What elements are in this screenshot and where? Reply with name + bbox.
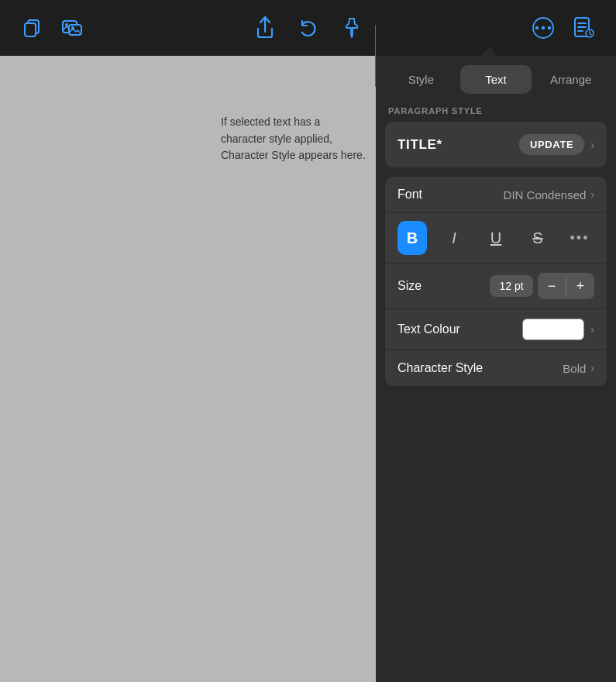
size-value: 12 pt xyxy=(490,275,533,297)
undo-icon[interactable] xyxy=(294,14,322,42)
size-row: Size 12 pt − + xyxy=(385,264,607,309)
character-style-label: Character Style xyxy=(397,361,483,375)
character-style-value: Bold xyxy=(563,362,586,375)
character-style-row[interactable]: Character Style Bold › xyxy=(385,350,607,386)
pin-icon[interactable] xyxy=(338,14,366,42)
font-chevron-icon: › xyxy=(590,188,594,201)
tab-style[interactable]: Style xyxy=(385,65,457,94)
app-window: If selected text has a character style a… xyxy=(0,0,616,682)
italic-button[interactable]: I xyxy=(439,221,469,255)
document-icon[interactable] xyxy=(570,14,597,42)
tab-bar: Style Text Arrange xyxy=(376,56,616,94)
size-controls: 12 pt − + xyxy=(490,273,594,299)
font-value: DIN Condensed xyxy=(504,188,587,202)
toolbar-right xyxy=(529,14,597,42)
size-stepper: − + xyxy=(538,273,594,299)
panel-pointer xyxy=(480,46,499,57)
paragraph-right: UPDATE › xyxy=(519,134,594,155)
svg-rect-4 xyxy=(69,25,81,35)
update-button[interactable]: UPDATE xyxy=(519,134,584,155)
color-swatch[interactable] xyxy=(522,319,584,340)
chevron-right-icon: › xyxy=(590,139,594,151)
plus-icon: + xyxy=(576,278,585,294)
bold-button[interactable]: B xyxy=(397,221,427,255)
svg-point-6 xyxy=(535,26,539,29)
svg-point-7 xyxy=(542,26,545,29)
italic-label: I xyxy=(452,229,456,247)
color-chevron-icon: › xyxy=(590,323,594,336)
image-copy-icon[interactable] xyxy=(59,14,87,42)
tooltip-area: If selected text has a character style a… xyxy=(0,56,376,180)
paragraph-style-title: TITLE* xyxy=(397,137,442,153)
share-icon[interactable] xyxy=(251,14,279,42)
strikethrough-button[interactable]: S xyxy=(523,221,552,255)
strikethrough-label: S xyxy=(532,229,542,247)
svg-point-8 xyxy=(548,26,551,29)
size-increase-button[interactable]: + xyxy=(566,273,594,299)
font-row[interactable]: Font DIN Condensed › xyxy=(385,177,607,213)
text-color-label: Text Colour xyxy=(397,322,460,336)
font-section: Font DIN Condensed › B I U xyxy=(385,177,607,386)
character-style-value-row: Bold › xyxy=(563,362,594,375)
more-options-icon[interactable] xyxy=(529,14,557,42)
content-area: If selected text has a character style a… xyxy=(0,56,616,682)
tooltip-text: If selected text has a character style a… xyxy=(221,114,368,164)
more-styles-button[interactable]: ••• xyxy=(565,221,594,255)
style-buttons-row: B I U S ••• xyxy=(385,213,607,264)
tab-text[interactable]: Text xyxy=(460,65,532,94)
tab-arrange[interactable]: Arrange xyxy=(535,65,607,94)
copy-icon[interactable] xyxy=(19,14,46,42)
bold-label: B xyxy=(407,229,418,247)
color-swatch-row: › xyxy=(522,319,594,340)
canvas: If selected text has a character style a… xyxy=(0,56,376,682)
underline-label: U xyxy=(490,229,501,247)
svg-rect-1 xyxy=(25,23,36,36)
text-color-row[interactable]: Text Colour › xyxy=(385,309,607,350)
paragraph-style-label: PARAGRAPH STYLE xyxy=(376,94,616,122)
size-decrease-button[interactable]: − xyxy=(538,273,566,299)
right-panel: Style Text Arrange PARAGRAPH STYLE TITLE… xyxy=(376,56,616,682)
font-value-row: DIN Condensed › xyxy=(504,188,594,202)
size-label: Size xyxy=(397,279,422,293)
toolbar-left xyxy=(19,14,87,42)
paragraph-style-row[interactable]: TITLE* UPDATE › xyxy=(385,122,607,167)
toolbar-center xyxy=(251,14,366,42)
character-style-chevron-icon: › xyxy=(590,362,594,374)
minus-icon: − xyxy=(548,278,556,294)
font-label: Font xyxy=(397,188,422,202)
underline-button[interactable]: U xyxy=(481,221,511,255)
toolbar xyxy=(0,0,616,56)
more-styles-label: ••• xyxy=(570,230,590,246)
